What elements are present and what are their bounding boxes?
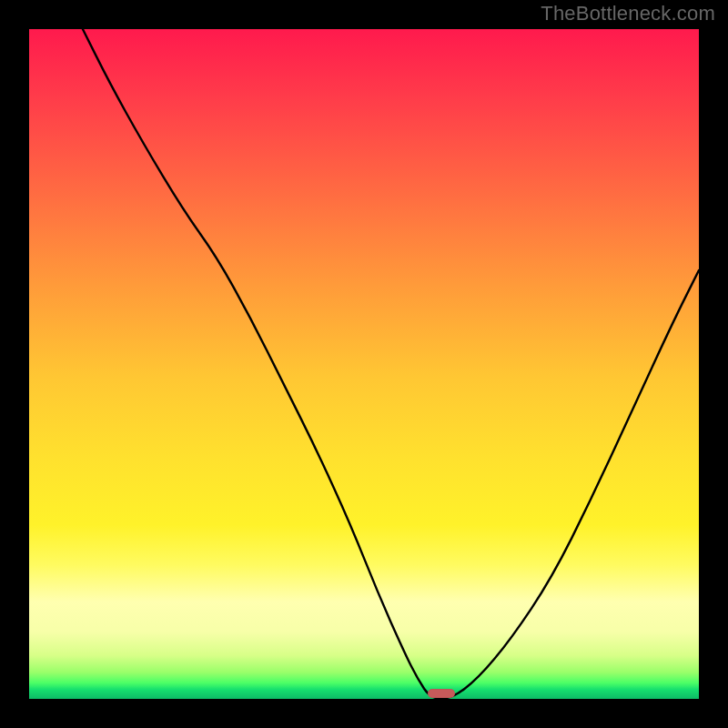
watermark-text: TheBottleneck.com <box>541 2 715 25</box>
plot-area <box>29 29 699 699</box>
chart-frame: TheBottleneck.com <box>0 0 728 728</box>
bottleneck-curve <box>29 29 699 699</box>
optimum-marker <box>428 689 455 698</box>
